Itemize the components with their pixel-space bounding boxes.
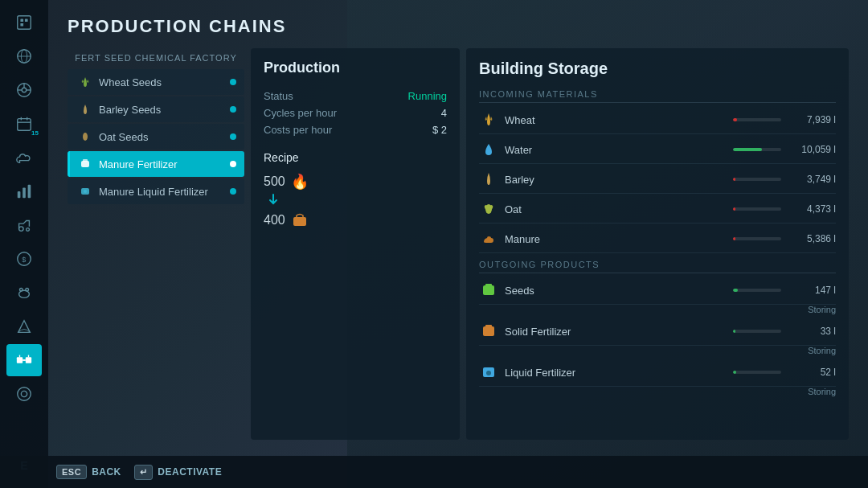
storage-row-wheat: Wheat 7,939 l	[479, 106, 836, 134]
chain-item-oat-seeds[interactable]: Oat Seeds	[68, 124, 244, 150]
oat-seeds-icon	[78, 129, 92, 144]
deactivate-button[interactable]: ↵ DEACTIVATE	[134, 465, 222, 480]
water-bar	[733, 148, 762, 151]
oat-name: Oat	[505, 203, 727, 215]
sidebar-item-chart[interactable]	[6, 175, 42, 207]
svg-point-47	[486, 371, 491, 375]
svg-rect-2	[25, 18, 28, 22]
water-icon	[479, 140, 498, 159]
oat-icon	[479, 199, 498, 219]
barley-name: Barley	[505, 174, 727, 186]
sidebar-item-tractor[interactable]	[6, 209, 42, 241]
stat-cycles-value: 4	[441, 107, 447, 119]
wheat-amount: 7,939 l	[788, 114, 836, 125]
seeds-amount: 147 l	[788, 285, 836, 296]
manure-icon	[479, 229, 498, 248]
solid-amount: 33 l	[788, 326, 836, 337]
storage-panel: Building Storage INCOMING MATERIALS Whea…	[466, 48, 849, 440]
outgoing-header: OUTGOING PRODUCTS	[479, 255, 836, 273]
seeds-name: Seeds	[505, 285, 727, 297]
wheat-bar	[733, 118, 737, 121]
storage-row-oat-wrap: Oat 4,373 l	[479, 195, 836, 223]
wheat-icon	[479, 110, 498, 129]
svg-rect-26	[17, 357, 23, 363]
wheat-bar-wrap	[733, 118, 781, 121]
svg-rect-12	[18, 119, 31, 131]
stat-status: Status Running	[264, 88, 447, 105]
svg-rect-45	[485, 325, 492, 328]
chain-item-manure-liquid[interactable]: Manure Liquid Fertilizer	[68, 178, 244, 204]
recipe-input: 500 🔥	[264, 174, 447, 190]
incoming-header: INCOMING MATERIALS	[479, 84, 836, 103]
recipe-output: 400	[264, 212, 447, 228]
stat-costs-value: $ 2	[432, 124, 447, 136]
solid-fertilizer-icon	[479, 322, 498, 341]
barley-bar	[733, 178, 735, 181]
recipe-title: Recipe	[264, 151, 447, 164]
production-panel: Production Status Running Cycles per hou…	[251, 48, 460, 440]
seeds-bar	[733, 289, 738, 292]
recipe-input-amount: 500	[264, 174, 285, 189]
sidebar-item-finance[interactable]: $	[6, 243, 42, 275]
sidebar-item-animal[interactable]	[6, 277, 42, 309]
storage-row-wheat-wrap: Wheat 7,939 l	[479, 106, 836, 134]
liquid-fertilizer-icon	[479, 363, 498, 382]
svg-point-37	[84, 190, 87, 193]
recipe-arrow-icon	[267, 193, 280, 206]
barley-bar-wrap	[733, 178, 781, 181]
svg-point-32	[21, 391, 27, 396]
chain-item-barley-seeds[interactable]: Barley Seeds	[68, 96, 244, 122]
sidebar-item-map[interactable]	[6, 6, 42, 39]
storage-row-solid: Solid Fertilizer 33 l	[479, 318, 836, 346]
svg-point-19	[19, 227, 23, 232]
chain-item-wheat-seeds[interactable]: Wheat Seeds	[68, 69, 244, 95]
sidebar-item-production[interactable]	[6, 344, 42, 376]
panels: FERT SEED CHEMICAL FACTORY Wheat Seeds B…	[68, 48, 849, 440]
manure-fertilizer-icon	[78, 157, 92, 171]
storage-title: Building Storage	[479, 59, 836, 78]
manure-bar	[733, 237, 735, 240]
svg-rect-27	[26, 357, 31, 363]
chain-item-manure-fertilizer[interactable]: Manure Fertilizer	[68, 151, 244, 177]
storage-row-solid-wrap: Solid Fertilizer 33 l Storing	[479, 318, 836, 357]
oat-amount: 4,373 l	[788, 203, 836, 215]
svg-rect-17	[23, 187, 26, 198]
sidebar-item-calendar[interactable]: 15	[6, 108, 42, 140]
sidebar-item-field[interactable]	[6, 310, 42, 342]
svg-point-31	[18, 388, 31, 401]
chain-label-barley-seeds: Barley Seeds	[99, 104, 161, 116]
storage-row-oat: Oat 4,373 l	[479, 195, 836, 223]
storage-row-liquid-wrap: Liquid Fertilizer 52 l Storing	[479, 359, 836, 398]
svg-rect-16	[18, 191, 21, 198]
deactivate-key: ↵	[134, 465, 154, 480]
storage-row-seeds: Seeds 147 l	[479, 277, 836, 305]
svg-rect-3	[20, 23, 23, 27]
page-title: PRODUCTION CHAINS	[68, 16, 849, 37]
storage-row-manure: Manure 5,386 l	[479, 225, 836, 253]
wheat-seeds-icon	[78, 75, 92, 89]
solid-name: Solid Fertilizer	[505, 326, 727, 338]
svg-rect-34	[81, 161, 89, 167]
sidebar-item-globe[interactable]	[6, 40, 42, 72]
sidebar-item-steering[interactable]	[6, 74, 42, 106]
chain-dot-manure-liquid	[230, 188, 236, 195]
svg-text:$: $	[22, 256, 26, 264]
water-bar-wrap	[733, 148, 781, 151]
seeds-icon	[479, 281, 498, 300]
manure-liquid-icon	[78, 184, 92, 199]
svg-point-20	[27, 228, 30, 232]
factory-subtitle: FERT SEED CHEMICAL FACTORY	[68, 48, 244, 69]
liquid-bar-wrap	[733, 371, 781, 374]
sidebar-item-download[interactable]	[6, 378, 42, 410]
water-amount: 10,059 l	[788, 144, 836, 155]
main-content: PRODUCTION CHAINS FERT SEED CHEMICAL FAC…	[48, 0, 868, 456]
chain-label-manure-liquid: Manure Liquid Fertilizer	[99, 186, 208, 198]
water-name: Water	[505, 144, 727, 156]
svg-rect-1	[20, 18, 23, 22]
svg-rect-0	[18, 16, 31, 30]
chain-label-manure-fertilizer: Manure Fertilizer	[99, 158, 178, 170]
sidebar-item-weather[interactable]	[6, 141, 42, 174]
back-button[interactable]: ESC BACK	[56, 465, 121, 479]
svg-point-33	[83, 133, 88, 141]
liquid-bar	[733, 371, 736, 374]
